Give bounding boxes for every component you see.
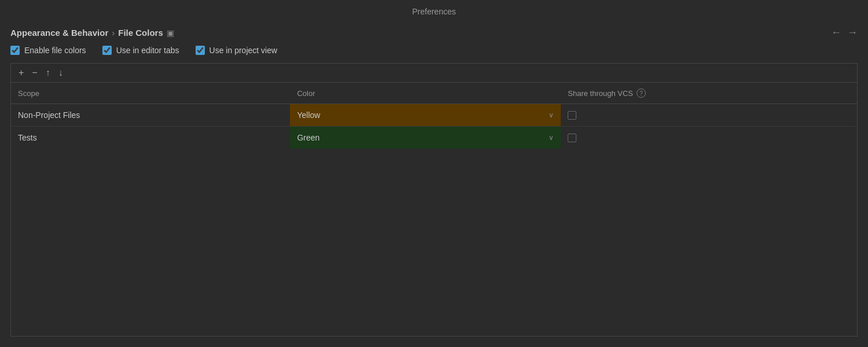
chevron-down-icon-1: ∨ <box>549 111 554 119</box>
use-in-project-view-checkbox[interactable] <box>196 46 205 55</box>
enable-file-colors-checkbox[interactable] <box>10 46 20 55</box>
color-cell-1: Yellow ∨ <box>290 104 561 126</box>
move-down-button[interactable]: ↓ <box>56 67 66 79</box>
enable-file-colors-text: Enable file colors <box>24 46 86 55</box>
back-button[interactable]: ← <box>831 27 841 39</box>
content-area: Enable file colors Use in editor tabs Us… <box>0 46 868 347</box>
breadcrumb-separator: › <box>112 28 115 38</box>
table-row: Tests Green ∨ <box>11 127 857 149</box>
vcs-help-icon[interactable]: ? <box>637 88 646 98</box>
add-button[interactable]: + <box>16 67 27 79</box>
color-value-2: Green <box>297 133 319 142</box>
use-in-editor-tabs-text: Use in editor tabs <box>116 46 179 55</box>
vcs-checkbox-2[interactable] <box>568 134 576 142</box>
toolbar: + − ↑ ↓ <box>11 64 857 83</box>
breadcrumb: Appearance & Behavior › File Colors ▣ <box>10 28 174 38</box>
use-in-editor-tabs-checkbox[interactable] <box>102 46 112 55</box>
vcs-cell-1 <box>561 106 857 124</box>
color-dropdown-2[interactable]: Green ∨ <box>290 127 561 149</box>
breadcrumb-current[interactable]: File Colors <box>118 28 163 38</box>
title-bar: Preferences <box>0 0 868 22</box>
breadcrumb-parent[interactable]: Appearance & Behavior <box>10 28 108 38</box>
use-in-project-view-text: Use in project view <box>209 46 278 55</box>
use-in-project-view-label[interactable]: Use in project view <box>196 46 278 55</box>
vcs-cell-2 <box>561 129 857 147</box>
header-color: Color <box>290 86 561 100</box>
remove-button[interactable]: − <box>29 67 40 79</box>
move-up-button[interactable]: ↑ <box>43 67 53 79</box>
header-scope: Scope <box>11 86 290 100</box>
breadcrumb-bar: Appearance & Behavior › File Colors ▣ ← … <box>0 22 868 46</box>
window-title: Preferences <box>412 7 455 16</box>
table-body: Non-Project Files Yellow ∨ Tests <box>11 104 857 336</box>
color-cell-2: Green ∨ <box>290 127 561 149</box>
vcs-checkbox-1[interactable] <box>568 111 576 120</box>
preferences-window: Preferences Appearance & Behavior › File… <box>0 0 868 347</box>
color-dropdown-1[interactable]: Yellow ∨ <box>290 104 561 126</box>
checkboxes-row: Enable file colors Use in editor tabs Us… <box>10 46 858 55</box>
forward-button[interactable]: → <box>847 27 858 39</box>
enable-file-colors-label[interactable]: Enable file colors <box>10 46 86 55</box>
color-value-1: Yellow <box>297 110 320 120</box>
table-row: Non-Project Files Yellow ∨ <box>11 104 857 127</box>
use-in-editor-tabs-label[interactable]: Use in editor tabs <box>102 46 179 55</box>
file-colors-table-container: + − ↑ ↓ Scope Color Share through VCS ? <box>10 63 858 337</box>
scope-cell-2: Tests <box>11 128 290 147</box>
header-vcs: Share through VCS ? <box>561 86 857 100</box>
table-header: Scope Color Share through VCS ? <box>11 83 857 104</box>
scope-cell-1: Non-Project Files <box>11 106 290 124</box>
breadcrumb-nav: ← → <box>831 27 858 39</box>
breadcrumb-icon[interactable]: ▣ <box>167 28 174 38</box>
chevron-down-icon-2: ∨ <box>549 134 554 142</box>
